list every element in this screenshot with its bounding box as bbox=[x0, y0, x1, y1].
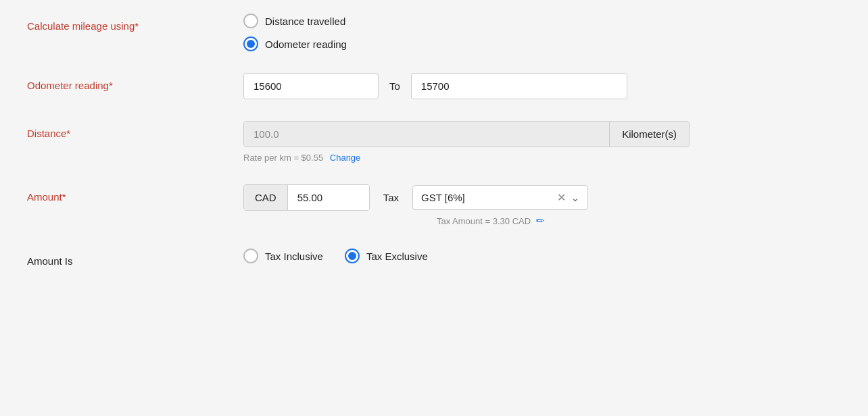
radio-dot-odometer bbox=[247, 40, 255, 48]
radio-circle-distance[interactable] bbox=[243, 14, 258, 28]
distance-input[interactable] bbox=[244, 122, 609, 147]
tax-amount-info: Tax Amount = 3.30 CAD ✏ bbox=[437, 215, 841, 227]
amount-input[interactable] bbox=[288, 185, 369, 210]
change-link[interactable]: Change bbox=[330, 153, 361, 163]
rate-info: Rate per km = $0.55 Change bbox=[243, 153, 841, 163]
mileage-radio-group: Distance travelled Odometer reading bbox=[243, 14, 841, 51]
distance-unit-label: Kilometer(s) bbox=[609, 122, 689, 147]
radio-tax-exclusive[interactable]: Tax Exclusive bbox=[345, 249, 428, 263]
calculate-mileage-section: Calculate mileage using* Distance travel… bbox=[27, 14, 841, 51]
odometer-to-label: To bbox=[389, 80, 400, 92]
tax-chevron-icon[interactable]: ⌄ bbox=[571, 192, 579, 203]
rate-text: Rate per km = $0.55 bbox=[243, 153, 323, 163]
edit-tax-icon[interactable]: ✏ bbox=[536, 215, 545, 227]
distance-label: Distance* bbox=[27, 121, 243, 140]
currency-badge: CAD bbox=[244, 185, 288, 210]
odometer-input-row: To bbox=[243, 73, 841, 99]
radio-label-distance: Distance travelled bbox=[265, 16, 345, 27]
odometer-to-input[interactable] bbox=[411, 73, 627, 99]
distance-section: Distance* Kilometer(s) Rate per km = $0.… bbox=[27, 121, 841, 163]
mileage-options: Distance travelled Odometer reading bbox=[243, 14, 841, 51]
tax-select-value: GST [6%] bbox=[421, 192, 557, 203]
radio-odometer-reading[interactable]: Odometer reading bbox=[243, 36, 841, 51]
radio-circle-odometer[interactable] bbox=[243, 36, 258, 51]
radio-label-exclusive: Tax Exclusive bbox=[366, 251, 428, 262]
tax-amount-text: Tax Amount = 3.30 CAD bbox=[437, 216, 531, 226]
radio-dot-exclusive bbox=[348, 252, 356, 260]
tax-select-icons: ✕ ⌄ bbox=[557, 191, 579, 204]
odometer-from-input[interactable] bbox=[243, 73, 379, 99]
odometer-section: Odometer reading* To bbox=[27, 73, 841, 99]
radio-distance-travelled[interactable]: Distance travelled bbox=[243, 14, 841, 28]
distance-input-wrapper: Kilometer(s) bbox=[243, 121, 690, 147]
amount-is-section: Amount Is Tax Inclusive Tax Exclusive bbox=[27, 249, 841, 268]
amount-controls: CAD Tax GST [6%] ✕ ⌄ Tax Amount = 3.30 C… bbox=[243, 184, 841, 227]
radio-label-inclusive: Tax Inclusive bbox=[265, 251, 323, 262]
radio-circle-exclusive[interactable] bbox=[345, 249, 360, 263]
radio-label-odometer: Odometer reading bbox=[265, 38, 347, 50]
odometer-label: Odometer reading* bbox=[27, 73, 243, 93]
amount-section: Amount* CAD Tax GST [6%] ✕ ⌄ Tax Amount … bbox=[27, 184, 841, 227]
amount-is-label: Amount Is bbox=[27, 249, 243, 268]
amount-currency-wrapper: CAD bbox=[243, 184, 370, 211]
amount-is-controls: Tax Inclusive Tax Exclusive bbox=[243, 249, 841, 263]
amount-is-row: Tax Inclusive Tax Exclusive bbox=[243, 249, 841, 263]
tax-clear-icon[interactable]: ✕ bbox=[557, 191, 566, 204]
amount-label: Amount* bbox=[27, 184, 243, 204]
odometer-controls: To bbox=[243, 73, 841, 99]
tax-select[interactable]: GST [6%] ✕ ⌄ bbox=[412, 185, 588, 210]
radio-circle-inclusive[interactable] bbox=[243, 249, 258, 263]
radio-tax-inclusive[interactable]: Tax Inclusive bbox=[243, 249, 323, 263]
amount-row: CAD Tax GST [6%] ✕ ⌄ bbox=[243, 184, 841, 211]
calculate-mileage-label: Calculate mileage using* bbox=[27, 14, 243, 33]
distance-controls: Kilometer(s) Rate per km = $0.55 Change bbox=[243, 121, 841, 163]
tax-label: Tax bbox=[383, 192, 399, 203]
